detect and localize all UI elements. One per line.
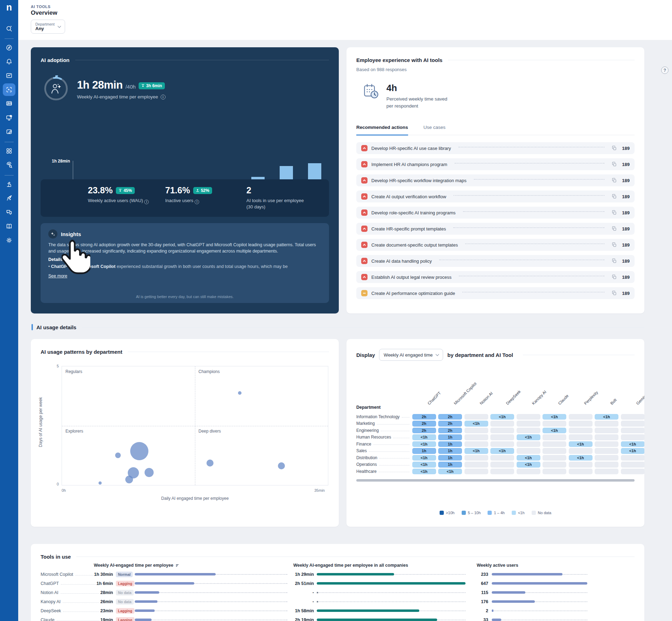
display-suffix: by department and AI Tool	[447, 352, 513, 358]
metric-select-value: Weekly AI engaged time	[384, 352, 433, 358]
heatmap-cell	[569, 414, 593, 420]
calendar-clock-icon	[363, 83, 379, 99]
ai-search-icon[interactable]	[3, 22, 15, 35]
sidebar-item-ai-tools-active[interactable]	[3, 83, 15, 96]
dotted-leader	[402, 417, 410, 418]
copy-icon[interactable]	[612, 275, 617, 280]
tool-row: ChatGPT1h 6minLagging2h 51min647	[31, 579, 644, 588]
action-row[interactable]: Develop role-specific AI training progra…	[356, 207, 635, 219]
legend-item: <1h	[512, 511, 525, 515]
dotted-leader	[458, 147, 604, 147]
heatmap-cell	[490, 469, 514, 475]
device-monitor-icon[interactable]	[3, 111, 15, 124]
tool-row: Claude19minLagging2h 19min33	[31, 615, 644, 621]
knowledge-book-icon[interactable]	[3, 220, 15, 233]
benchmark-bar	[317, 582, 465, 585]
heatmap-cell	[490, 434, 514, 440]
column-label-kanopy-ai: Kanopy AI	[531, 389, 547, 406]
copy-icon[interactable]	[612, 178, 617, 183]
action-row[interactable]: Create HR-specific prompt templates189	[356, 223, 635, 235]
tool-time-value: 28min	[83, 590, 113, 595]
notifications-bell-icon[interactable]	[3, 55, 15, 68]
chevron-down-icon	[57, 25, 61, 28]
action-row[interactable]: Create document-specific output template…	[356, 239, 635, 251]
heatmap-cell	[517, 441, 540, 447]
dotted-leader	[373, 444, 410, 445]
info-icon[interactable]	[144, 200, 149, 204]
department-label: Sales	[356, 448, 412, 453]
copy-icon[interactable]	[612, 162, 617, 167]
column-label-deepseek: DeepSeek	[505, 389, 521, 406]
usage-details-section: AI usage details	[31, 324, 644, 330]
active-users-bar	[492, 582, 587, 585]
heatmap-cell: <1h	[542, 428, 566, 434]
action-row[interactable]: Develop HR-specific AI use case library1…	[356, 142, 635, 154]
copy-icon[interactable]	[612, 146, 617, 151]
section-accent-bar	[31, 324, 33, 330]
sidebar-nav	[3, 22, 15, 248]
active-users-bar	[492, 600, 535, 603]
dotted-leader	[379, 465, 410, 465]
heatmap-cell	[464, 462, 488, 468]
copy-icon[interactable]	[612, 194, 617, 199]
copy-icon[interactable]	[612, 291, 617, 296]
tasks-edit-icon[interactable]	[3, 125, 15, 138]
tool-row: Kanopy AI26minNo data-176	[31, 597, 644, 606]
heatmap-cell	[569, 428, 593, 434]
active-users-value: 233	[462, 572, 488, 577]
department-filter[interactable]: Department Any	[31, 20, 65, 34]
ai-disclaimer: AI is getting better every day, but can …	[41, 295, 329, 299]
dashboard-chart-icon[interactable]	[3, 69, 15, 82]
copy-icon[interactable]	[612, 226, 617, 231]
scatter-y-axis-title: Days of AI usage per week	[38, 391, 43, 454]
heatmap-cell: 1h	[412, 448, 436, 454]
copy-icon[interactable]	[612, 258, 617, 263]
compass-icon[interactable]	[3, 41, 15, 54]
department-label: Distribution	[356, 455, 412, 460]
heatmap-cell	[569, 421, 593, 427]
action-row[interactable]: Create AI performance optimization guide…	[356, 287, 635, 299]
action-row[interactable]: Create AI output verification workflow18…	[356, 191, 635, 202]
lab-research-icon[interactable]	[3, 178, 15, 191]
heatmap-cell: <1h	[569, 441, 593, 447]
y-axis-max-label: 1h 28min	[52, 159, 70, 164]
heatmap-scrollbar[interactable]	[356, 479, 635, 482]
tab-use-cases[interactable]: Use cases	[424, 125, 446, 135]
metric-select[interactable]: Weekly AI engaged time	[379, 349, 443, 361]
heatmap-cell	[595, 469, 618, 475]
settings-gear-icon[interactable]	[3, 234, 15, 247]
heatmap-cell	[464, 414, 488, 420]
action-label: Create HR-specific prompt templates	[371, 226, 446, 232]
heatmap-cell	[517, 428, 540, 434]
copy-icon[interactable]	[612, 242, 617, 247]
column-header-engaged-time[interactable]: Weekly AI-engaged time per employee	[94, 563, 179, 568]
heatmap-cell	[595, 462, 618, 468]
action-row[interactable]: Establish AI output legal review process…	[356, 271, 635, 283]
action-row[interactable]: Create AI data handling policy189	[356, 255, 635, 267]
app-logo[interactable]: n	[6, 3, 12, 12]
action-row[interactable]: Develop HR-specific workflow integration…	[356, 174, 635, 186]
priority-high-icon	[361, 177, 368, 184]
chat-messages-icon[interactable]	[3, 206, 15, 219]
see-more-link[interactable]: See more	[48, 274, 67, 278]
info-icon[interactable]	[161, 95, 166, 99]
heatmap-cell	[569, 462, 593, 468]
tab-recommended-actions[interactable]: Recommended actions	[356, 125, 408, 136]
heatmap-legend: >10h5 – 10h1 – 4h<1hNo data	[346, 511, 644, 515]
dotted-leader	[474, 179, 604, 180]
copy-icon[interactable]	[612, 210, 617, 215]
info-icon[interactable]	[195, 200, 199, 204]
identity-search-icon[interactable]	[3, 159, 15, 171]
benchmark-down-icon	[119, 189, 122, 192]
tool-time-value: 26min	[83, 599, 113, 604]
stat-delta-badge: 52%	[193, 187, 212, 194]
chevron-up-glyph	[363, 244, 366, 247]
x-tick-min: 0h	[62, 488, 66, 492]
heatmap-cell	[595, 421, 618, 427]
dotted-leader	[455, 163, 604, 164]
people-insights-icon[interactable]	[3, 97, 15, 110]
rocket-icon[interactable]	[3, 192, 15, 205]
action-row[interactable]: Implement HR AI champions program189	[356, 158, 635, 170]
help-button[interactable]: ?	[661, 67, 668, 74]
apps-grid-icon[interactable]	[3, 145, 15, 157]
